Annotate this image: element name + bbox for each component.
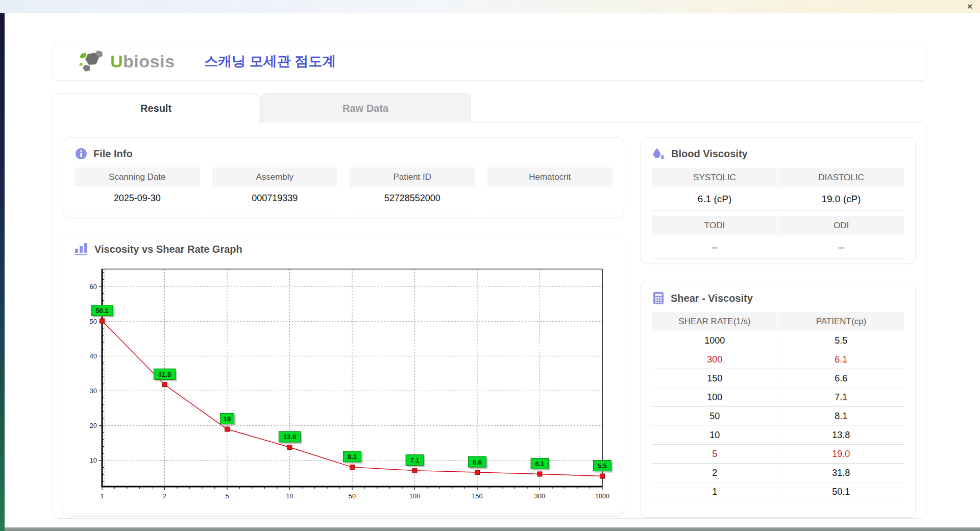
viscosity-chart: 1020304050601251050100150300100050.131.8… <box>71 264 615 510</box>
shear-viscosity-card: Shear - Viscosity SHEAR RATE(1/s)PATIENT… <box>640 282 916 518</box>
blood-viscosity-values: SYSTOLIC6.1 (cP)DIASTOLIC19.0 (cP)TODI–O… <box>652 168 904 259</box>
tab-bar: Result Raw Data <box>53 93 471 123</box>
table-row: 1013.8 <box>652 426 904 445</box>
field-label: Hematocrit <box>487 167 613 187</box>
svg-text:150: 150 <box>472 493 483 500</box>
droplets-icon <box>652 147 666 161</box>
file-info-fields: Scanning Date2025-09-30Assembly000719339… <box>75 167 612 210</box>
patient-cell: 8.1 <box>778 407 904 425</box>
patient-cell: 19.0 <box>778 445 904 463</box>
field-value: 000719339 <box>212 187 338 210</box>
shear-rate-cell: 2 <box>652 464 778 482</box>
bv-metric: SYSTOLIC6.1 (cP) <box>652 168 777 211</box>
svg-text:10: 10 <box>90 456 97 464</box>
bv-metric-label: ODI <box>778 216 904 235</box>
data-point-marker <box>350 465 355 469</box>
shear-column-header: PATIENT(cp) <box>778 312 904 331</box>
bv-metric-value: 6.1 (cP) <box>652 187 777 211</box>
result-panel: File Info Scanning Date2025-09-30Assembl… <box>53 122 926 519</box>
table-row: 10005.5 <box>652 331 904 350</box>
table-row: 519.0 <box>652 445 904 464</box>
data-point-label: 19 <box>224 415 231 423</box>
svg-text:1: 1 <box>101 493 104 500</box>
patient-cell: 31.8 <box>778 464 904 482</box>
blood-viscosity-title: Blood Viscosity <box>671 148 748 160</box>
shear-column-header: SHEAR RATE(1/s) <box>652 312 777 331</box>
data-point-marker <box>537 472 542 476</box>
bv-metric-value: – <box>652 235 777 259</box>
graph-title: Viscosity vs Shear Rate Graph <box>94 244 242 255</box>
bv-metric-label: SYSTOLIC <box>652 168 777 187</box>
app-title-korean: 스캐닝 모세관 점도계 <box>204 52 336 70</box>
file-info-field: Patient ID52728552000 <box>350 167 475 210</box>
data-point-marker <box>162 382 167 387</box>
data-point-marker <box>225 427 230 431</box>
data-point-marker <box>287 445 292 449</box>
svg-text:50: 50 <box>349 493 356 500</box>
bv-metric-value: – <box>778 235 904 259</box>
bv-metric: TODI– <box>652 216 777 259</box>
logo-letter-u: U <box>110 52 123 71</box>
tab-result[interactable]: Result <box>53 93 259 123</box>
bv-metric-label: TODI <box>652 216 777 235</box>
svg-text:60: 60 <box>90 283 97 291</box>
field-label: Patient ID <box>350 167 475 187</box>
info-icon <box>75 147 88 160</box>
shear-rate-cell: 50 <box>652 407 778 425</box>
ubiosis-logo-icon <box>78 49 106 74</box>
data-point-label: 50.1 <box>95 307 108 315</box>
table-row: 1007.1 <box>652 388 904 407</box>
shear-rate-cell: 1 <box>652 482 778 501</box>
table-calc-icon <box>652 292 665 305</box>
patient-cell: 5.5 <box>778 331 904 350</box>
field-value <box>487 187 613 210</box>
shear-rate-cell: 1000 <box>652 331 778 350</box>
patient-cell: 50.1 <box>778 482 904 501</box>
chart-area: 1020304050601251050100150300100050.131.8… <box>71 264 624 512</box>
window-close-icon[interactable]: ✕ <box>965 2 975 12</box>
tab-raw-data[interactable]: Raw Data <box>260 93 471 123</box>
shear-viscosity-table: SHEAR RATE(1/s)PATIENT(cp) 10005.53006.1… <box>652 312 904 501</box>
patient-cell: 13.8 <box>778 426 904 444</box>
window-bottom-border <box>5 527 980 531</box>
data-point-marker <box>412 468 417 473</box>
blood-viscosity-header: Blood Viscosity <box>652 147 904 161</box>
field-label: Scanning Date <box>75 167 200 187</box>
svg-text:50: 50 <box>90 318 97 325</box>
data-point-label: 13.8 <box>283 433 296 441</box>
svg-text:2: 2 <box>163 493 166 500</box>
svg-text:300: 300 <box>534 493 545 500</box>
data-point-marker <box>100 319 105 323</box>
window-titlebar: ✕ <box>0 0 980 13</box>
shear-rate-cell: 5 <box>652 445 778 463</box>
ubiosis-logo: Ubiosis <box>78 49 175 74</box>
svg-text:5: 5 <box>226 493 229 500</box>
graph-header: Viscosity vs Shear Rate Graph <box>71 243 624 256</box>
data-point-label: 8.1 <box>348 453 357 461</box>
file-info-field: Scanning Date2025-09-30 <box>75 167 200 210</box>
shear-table-header: SHEAR RATE(1/s)PATIENT(cp) <box>652 312 904 331</box>
bv-metric: ODI– <box>778 216 904 259</box>
file-info-title: File Info <box>93 148 133 160</box>
bv-metric-value: 19.0 (cP) <box>778 187 904 211</box>
shear-rate-cell: 300 <box>652 350 778 369</box>
field-label: Assembly <box>212 167 338 187</box>
svg-text:100: 100 <box>409 493 420 500</box>
data-point-label: 6.6 <box>473 458 482 466</box>
svg-text:1000: 1000 <box>595 493 609 500</box>
data-point-marker <box>600 474 605 478</box>
shear-table-body: 10005.53006.11506.61007.1508.11013.8519.… <box>652 331 904 501</box>
bv-group: TODI–ODI– <box>652 216 904 259</box>
data-point-label: 6.1 <box>535 460 544 468</box>
data-point-label: 31.8 <box>158 371 171 378</box>
shear-viscosity-header: Shear - Viscosity <box>652 292 904 305</box>
shear-rate-cell: 100 <box>652 388 778 406</box>
svg-text:20: 20 <box>90 422 97 429</box>
patient-cell: 6.1 <box>778 350 904 369</box>
blood-viscosity-card: Blood Viscosity SYSTOLIC6.1 (cP)DIASTOLI… <box>640 137 916 264</box>
shear-rate-cell: 10 <box>652 426 778 444</box>
desktop-edge-strip <box>0 13 5 531</box>
app-header: Ubiosis 스캐닝 모세관 점도계 <box>53 42 926 81</box>
table-row: 1506.6 <box>652 369 904 388</box>
svg-text:10: 10 <box>286 493 293 500</box>
